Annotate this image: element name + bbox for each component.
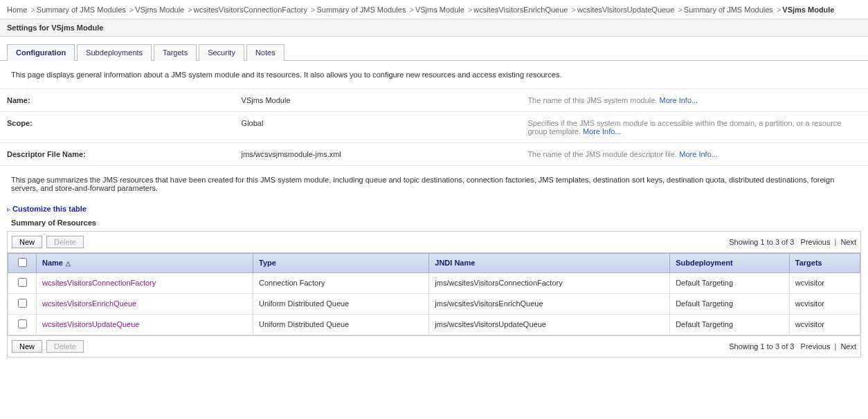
tab-configuration[interactable]: Configuration [7,44,75,61]
new-button-bottom[interactable]: New [12,340,42,353]
tab-security[interactable]: Security [199,44,244,61]
more-info-link[interactable]: More Info... [583,127,622,136]
properties-table: Name:VSjms ModuleThe name of this JMS sy… [0,89,868,166]
breadcrumb: Home >Summary of JMS Modules >VSjms Modu… [0,0,868,19]
col-type[interactable]: Type [253,253,429,272]
tab-targets[interactable]: Targets [154,44,197,61]
settings-title: Settings for VSjms Module [0,19,868,37]
cell-type: Uniform Distributed Queue [253,314,429,335]
cell-subdeployment: Default Targeting [670,314,790,335]
cell-type: Connection Factory [253,272,429,293]
breadcrumb-item[interactable]: VSjms Module [415,6,464,14]
customize-link-row: ▹Customize this table [0,202,868,218]
cell-jndi: jms/wcsitesVisitorsEnrichQueue [429,293,670,314]
tab-notes[interactable]: Notes [246,44,284,61]
pagination-prev-bottom[interactable]: Previous [801,342,831,351]
resource-name-link[interactable]: wcsitesVisitorsEnrichQueue [42,299,136,308]
property-help: The name of the JMS module descriptor fi… [521,142,868,165]
property-label: Name: [0,89,235,111]
property-value: jms/wcsvsjmsmodule-jms.xml [235,142,521,165]
select-all-header [8,253,37,272]
breadcrumb-item: VSjms Module [782,6,834,14]
col-targets[interactable]: Targets [789,253,860,272]
property-label: Descriptor File Name: [0,142,235,165]
table-title: Summary of Resources [0,218,868,231]
resources-table: Name△ Type JNDI Name Subdeployment Targe… [8,253,860,335]
pagination-sep: | [834,238,836,246]
cell-targets: wcvisitor [789,272,860,293]
row-checkbox[interactable] [18,319,27,328]
breadcrumb-item[interactable]: wcsitesVisitorsUpdateQueue [577,6,674,14]
row-checkbox[interactable] [18,299,27,308]
pagination-prev[interactable]: Previous [801,238,831,246]
customize-table-link[interactable]: Customize this table [12,205,87,213]
sort-asc-icon: △ [66,260,71,267]
delete-button[interactable]: Delete [46,236,84,248]
breadcrumb-item[interactable]: Summary of JMS Modules [684,6,773,14]
breadcrumb-item[interactable]: wcsitesVisitorsEnrichQueue [473,6,568,14]
select-all-checkbox[interactable] [18,258,27,267]
property-row: Scope:GlobalSpecifies if the JMS system … [0,111,868,142]
pagination-next-bottom[interactable]: Next [840,342,856,351]
resources-table-container: New Delete Showing 1 to 3 of 3 Previous … [7,231,861,357]
property-help: Specifies if the JMS system module is ac… [521,111,868,142]
new-button[interactable]: New [12,236,42,248]
resource-name-link[interactable]: wcsitesVisitorsConnectionFactory [42,279,156,287]
table-row: wcsitesVisitorsEnrichQueueUniform Distri… [8,293,860,314]
breadcrumb-item[interactable]: Summary of JMS Modules [316,6,406,14]
breadcrumb-item[interactable]: Summary of JMS Modules [37,6,126,14]
property-help: The name of this JMS system module. More… [521,89,868,111]
table-row: wcsitesVisitorsUpdateQueueUniform Distri… [8,314,860,335]
summary-description: This page summarizes the JMS resources t… [0,166,868,202]
pagination-sep-bottom: | [834,342,836,351]
col-name[interactable]: Name△ [37,253,253,272]
breadcrumb-item[interactable]: wcsitesVisitorsConnectionFactory [194,6,307,14]
cell-subdeployment: Default Targeting [670,293,790,314]
property-value: VSjms Module [235,89,521,111]
property-value: Global [235,111,521,142]
col-jndi[interactable]: JNDI Name [429,253,670,272]
cell-jndi: jms/wcsitesVisitorsUpdateQueue [429,314,670,335]
breadcrumb-item[interactable]: VSjms Module [135,6,184,14]
more-info-link[interactable]: More Info... [660,96,698,104]
pagination-showing: Showing 1 to 3 of 3 [729,238,794,246]
tab-subdeployments[interactable]: Subdeployments [77,44,152,61]
row-checkbox[interactable] [18,278,27,287]
cell-jndi: jms/wcsitesVisitorsConnectionFactory [429,272,670,293]
cell-targets: wcvisitor [789,293,860,314]
page-description: This page displays general information a… [0,61,868,89]
cell-subdeployment: Default Targeting [670,272,790,293]
breadcrumb-item[interactable]: Home [7,6,27,14]
table-toolbar-bottom: New Delete Showing 1 to 3 of 3 Previous … [8,335,860,357]
resource-name-link[interactable]: wcsitesVisitorsUpdateQueue [42,320,139,328]
property-label: Scope: [0,111,235,142]
table-row: wcsitesVisitorsConnectionFactoryConnecti… [8,272,860,293]
table-toolbar-top: New Delete Showing 1 to 3 of 3 Previous … [8,232,860,253]
col-subdeployment[interactable]: Subdeployment [670,253,790,272]
delete-button-bottom[interactable]: Delete [46,340,84,353]
more-info-link[interactable]: More Info... [679,150,718,158]
cell-targets: wcvisitor [789,314,860,335]
expand-icon: ▹ [7,205,10,213]
tabs: ConfigurationSubdeploymentsTargetsSecuri… [0,37,868,61]
pagination-next[interactable]: Next [840,238,856,246]
cell-type: Uniform Distributed Queue [253,293,429,314]
pagination-showing-bottom: Showing 1 to 3 of 3 [729,342,794,351]
property-row: Descriptor File Name:jms/wcsvsjmsmodule-… [0,142,868,165]
property-row: Name:VSjms ModuleThe name of this JMS sy… [0,89,868,111]
